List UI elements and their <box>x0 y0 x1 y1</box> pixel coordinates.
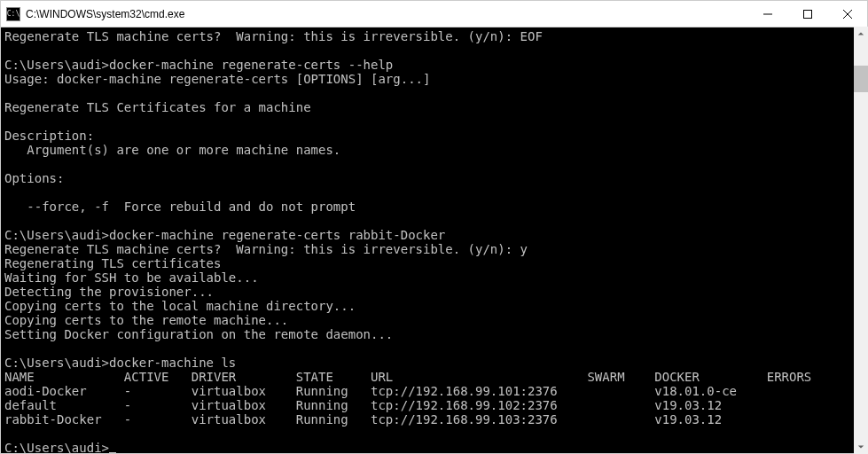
window-title: C:\WINDOWS\system32\cmd.exe <box>26 8 747 20</box>
minimize-button[interactable] <box>747 1 787 27</box>
scroll-up-arrow[interactable] <box>854 27 868 41</box>
scrollbar-thumb[interactable] <box>854 66 868 92</box>
window-titlebar: C:\ C:\WINDOWS\system32\cmd.exe <box>1 1 867 27</box>
scrollbar-track[interactable] <box>854 41 868 440</box>
cmd-icon: C:\ <box>6 7 20 21</box>
vertical-scrollbar[interactable] <box>854 27 868 454</box>
scroll-down-arrow[interactable] <box>854 440 868 454</box>
terminal-cursor <box>109 452 116 453</box>
svg-rect-1 <box>803 10 811 18</box>
close-button[interactable] <box>827 1 867 27</box>
terminal-output[interactable]: Regenerate TLS machine certs? Warning: t… <box>1 27 867 453</box>
maximize-button[interactable] <box>787 1 827 27</box>
